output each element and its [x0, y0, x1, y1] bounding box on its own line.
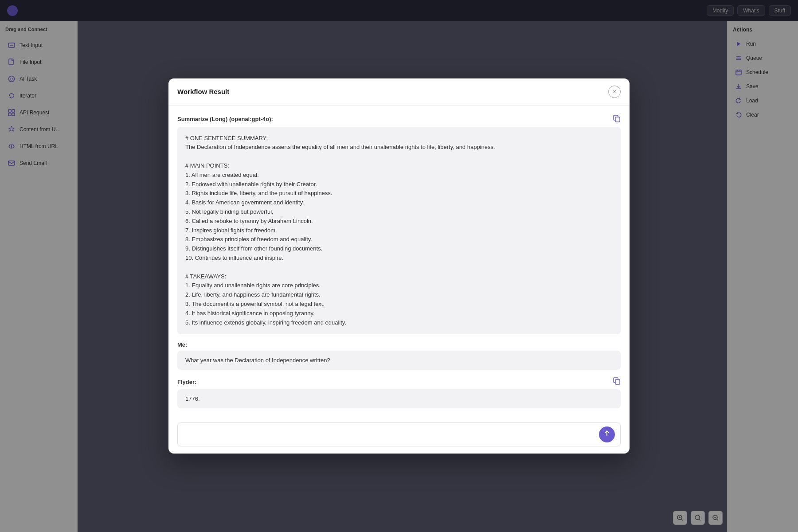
modal-overlay: Workflow Result × Summarize (Long) (open… [0, 0, 798, 532]
me-section: Me: What year was the Declaration of Ind… [177, 341, 621, 370]
modal-title: Workflow Result [177, 88, 229, 95]
me-content: What year was the Declaration of Indepen… [177, 351, 621, 370]
summarize-label: Summarize (Long) (openai:gpt-4o): [177, 116, 273, 122]
summarize-content: # ONE SENTENCE SUMMARY: The Declaration … [177, 127, 621, 335]
summarize-section-header: Summarize (Long) (openai:gpt-4o): [177, 114, 621, 124]
send-button[interactable] [599, 426, 615, 442]
flyder-content: 1776. [177, 389, 621, 408]
flyder-section-header: Flyder: [177, 377, 621, 387]
modal-footer [168, 417, 630, 454]
me-label: Me: [177, 341, 621, 348]
modal-header: Workflow Result × [168, 78, 630, 106]
svg-rect-30 [615, 117, 620, 122]
chat-input[interactable] [183, 431, 595, 438]
svg-rect-31 [615, 379, 620, 384]
workflow-result-modal: Workflow Result × Summarize (Long) (open… [168, 78, 630, 454]
modal-body: Summarize (Long) (openai:gpt-4o): # ONE … [168, 106, 630, 418]
summarize-section: Summarize (Long) (openai:gpt-4o): # ONE … [177, 114, 621, 335]
flyder-section: Flyder: 1776. [177, 377, 621, 408]
modal-close-button[interactable]: × [608, 86, 621, 98]
summarize-copy-icon[interactable] [613, 114, 621, 124]
chat-input-row [177, 422, 621, 446]
close-icon: × [613, 88, 616, 95]
flyder-copy-icon[interactable] [613, 377, 621, 387]
flyder-label: Flyder: [177, 379, 196, 385]
send-icon [603, 430, 610, 439]
